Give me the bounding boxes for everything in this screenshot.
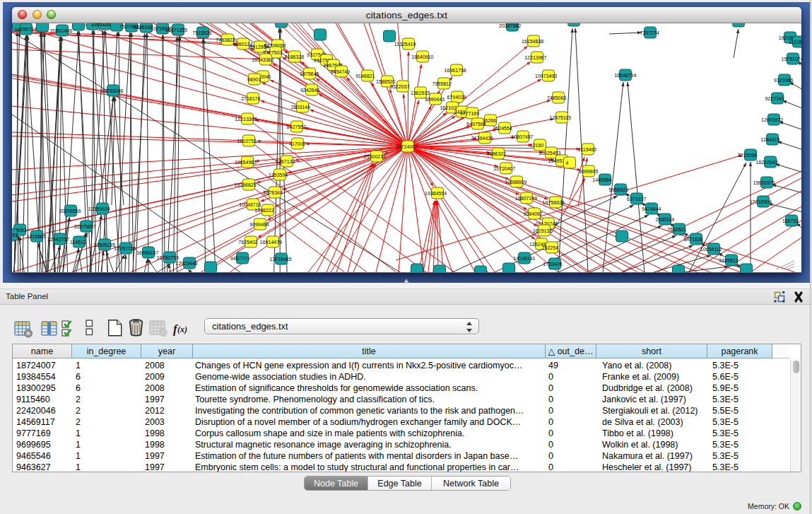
- svg-text:1615132: 1615132: [533, 228, 552, 233]
- svg-text:4: 4: [565, 160, 568, 165]
- svg-text:12975115: 12975115: [549, 115, 571, 120]
- svg-text:10046716: 10046716: [239, 202, 261, 207]
- svg-text:6379197: 6379197: [627, 197, 646, 201]
- svg-text:10688609: 10688609: [505, 180, 526, 185]
- svg-text:9457771: 9457771: [230, 256, 249, 261]
- svg-text:8186328: 8186328: [285, 54, 304, 59]
- svg-text:1215685: 1215685: [27, 234, 46, 239]
- svg-text:16671355: 16671355: [165, 28, 187, 33]
- svg-text:16958157: 16958157: [136, 250, 158, 255]
- svg-text:252254: 252254: [542, 245, 558, 250]
- svg-text:9242848: 9242848: [300, 88, 319, 93]
- svg-text:5958923: 5958923: [609, 187, 628, 192]
- svg-text:20387682: 20387682: [499, 23, 521, 28]
- svg-text:8471636: 8471636: [683, 237, 702, 242]
- svg-text:12923448: 12923448: [175, 261, 197, 266]
- svg-text:1733426: 1733426: [543, 262, 562, 267]
- svg-text:21364436: 21364436: [471, 136, 493, 141]
- svg-text:20691406: 20691406: [50, 28, 72, 33]
- svg-text:3624554: 3624554: [493, 126, 512, 131]
- svg-text:2935114: 2935114: [655, 217, 674, 222]
- svg-text:17016504: 17016504: [750, 199, 772, 204]
- svg-text:7986322: 7986322: [487, 151, 506, 156]
- svg-text:1498222: 1498222: [254, 208, 273, 213]
- svg-text:13716485: 13716485: [269, 257, 291, 262]
- svg-text:9084067: 9084067: [523, 211, 542, 216]
- svg-text:39151: 39151: [12, 233, 18, 238]
- svg-text:1610753: 1610753: [237, 139, 256, 144]
- svg-text:15692971: 15692971: [753, 180, 775, 185]
- svg-text:98901: 98901: [247, 77, 261, 82]
- svg-text:16210643: 16210643: [756, 160, 778, 165]
- svg-text:15751074: 15751074: [782, 57, 801, 62]
- svg-text:3267130: 3267130: [276, 159, 295, 164]
- svg-text:9146821: 9146821: [355, 74, 375, 78]
- svg-text:12359924: 12359924: [88, 206, 110, 211]
- svg-text:20206556: 20206556: [59, 209, 81, 214]
- svg-text:16648754: 16648754: [614, 73, 636, 78]
- svg-text:9099484: 9099484: [249, 222, 269, 227]
- svg-text:12093872: 12093872: [761, 117, 783, 122]
- svg-text:7357274: 7357274: [640, 30, 659, 35]
- svg-text:1588520: 1588520: [376, 79, 395, 84]
- svg-text:17957255: 17957255: [114, 246, 136, 251]
- svg-text:9245612: 9245612: [719, 258, 738, 263]
- svg-text:1112605: 1112605: [789, 40, 801, 45]
- svg-text:18807249: 18807249: [515, 196, 537, 201]
- svg-text:18724007: 18724007: [396, 144, 418, 149]
- svg-text:18640910: 18640910: [411, 54, 433, 59]
- svg-text:7625402: 7625402: [238, 240, 257, 245]
- svg-text:12213363: 12213363: [235, 117, 257, 122]
- svg-text:19384554: 19384554: [425, 191, 447, 196]
- svg-text:16914479: 16914479: [260, 240, 282, 245]
- svg-text:6497568: 6497568: [466, 122, 486, 127]
- svg-text:14055724: 14055724: [15, 27, 37, 32]
- svg-text:16154838: 16154838: [522, 39, 543, 44]
- svg-text:(x): (x): [177, 325, 187, 334]
- svg-text:19166825: 19166825: [235, 182, 257, 187]
- svg-text:10654112: 10654112: [700, 247, 722, 252]
- svg-text:8454749: 8454749: [331, 69, 350, 74]
- svg-text:10025453: 10025453: [539, 151, 560, 156]
- svg-text:9699695: 9699695: [579, 169, 598, 174]
- svg-text:33975857: 33975857: [74, 224, 96, 229]
- svg-text:7955812: 7955812: [433, 81, 452, 86]
- svg-text:16543362: 16543362: [252, 57, 273, 62]
- svg-text:1440954: 1440954: [592, 177, 611, 182]
- svg-text:16782759: 16782759: [157, 255, 179, 260]
- svg-text:8990443: 8990443: [425, 97, 445, 102]
- svg-text:1353594: 1353594: [269, 173, 288, 177]
- svg-text:9227343: 9227343: [765, 96, 784, 101]
- svg-text:15720407: 15720407: [493, 166, 515, 171]
- svg-text:7463822: 7463822: [216, 37, 235, 42]
- svg-text:7515526: 7515526: [192, 30, 211, 35]
- svg-text:19756928: 19756928: [543, 200, 565, 205]
- svg-text:8813054: 8813054: [729, 23, 748, 24]
- svg-text:417006: 417006: [289, 141, 305, 146]
- svg-text:14136141: 14136141: [513, 256, 535, 261]
- svg-text:9115460: 9115460: [578, 147, 597, 152]
- svg-text:19654985: 19654985: [235, 160, 257, 165]
- svg-text:10807487: 10807487: [511, 134, 533, 139]
- svg-text:1362615: 1362615: [411, 90, 430, 95]
- svg-text:3875645: 3875645: [300, 71, 319, 76]
- svg-text:9777169: 9777169: [460, 111, 479, 116]
- svg-text:7632621: 7632621: [667, 227, 686, 232]
- svg-text:3215958: 3215958: [737, 153, 756, 158]
- svg-text:2803144: 2803144: [291, 105, 310, 110]
- svg-text:12213967: 12213967: [524, 55, 546, 60]
- svg-text:25300213: 25300213: [364, 154, 386, 159]
- svg-text:116753: 116753: [782, 218, 799, 223]
- svg-text:8878344: 8878344: [264, 190, 283, 195]
- svg-text:62160: 62160: [530, 143, 544, 148]
- svg-text:12942757: 12942757: [47, 237, 69, 242]
- svg-text:9329966: 9329966: [774, 78, 793, 83]
- svg-text:9474444: 9474444: [642, 206, 661, 211]
- svg-text:10653267: 10653267: [91, 23, 113, 27]
- svg-text:114513: 114513: [70, 240, 86, 245]
- svg-text:5322037: 5322037: [390, 84, 409, 89]
- svg-text:16961758: 16961758: [445, 68, 466, 73]
- svg-text:12505135: 12505135: [93, 243, 115, 247]
- svg-text:20053346: 20053346: [101, 88, 123, 93]
- svg-text:6794028: 6794028: [447, 95, 466, 100]
